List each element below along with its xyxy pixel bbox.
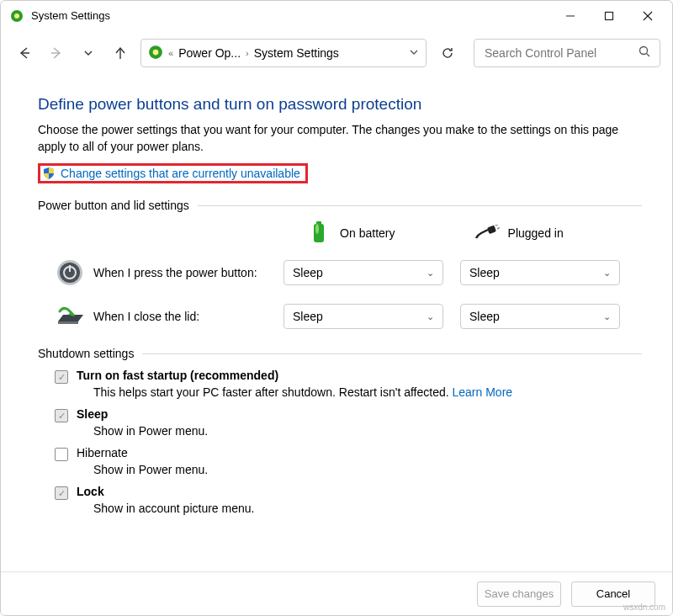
select-power-plugged[interactable]: Sleep ⌄ xyxy=(460,260,620,285)
checkbox-hibernate[interactable] xyxy=(55,448,68,461)
svg-rect-16 xyxy=(486,226,495,235)
titlebar: System Settings xyxy=(1,1,672,31)
svg-point-10 xyxy=(153,49,159,55)
svg-line-18 xyxy=(497,227,500,229)
shield-icon xyxy=(42,167,56,180)
breadcrumb-expand[interactable] xyxy=(409,46,419,60)
search-icon xyxy=(639,45,651,61)
page-description: Choose the power settings that you want … xyxy=(38,122,642,155)
lock-desc: Show in account picture menu. xyxy=(93,502,642,515)
watermark: wsxdn.com xyxy=(623,603,665,612)
back-button[interactable] xyxy=(13,41,36,65)
checkbox-fast-startup[interactable]: ✓ xyxy=(55,370,68,384)
select-value: Sleep xyxy=(293,266,323,279)
window-title: System Settings xyxy=(31,9,551,22)
battery-icon xyxy=(306,220,331,246)
checkbox-label: Lock xyxy=(77,485,104,498)
power-button-icon xyxy=(55,258,85,288)
checkbox-label: Turn on fast startup (recommended) xyxy=(77,369,278,382)
svg-line-12 xyxy=(647,54,650,57)
recent-dropdown[interactable] xyxy=(77,41,100,65)
checkbox-label: Hibernate xyxy=(77,446,128,459)
section-power-button-lid: Power button and lid settings xyxy=(38,199,642,212)
checkbox-sleep[interactable]: ✓ xyxy=(55,409,68,422)
checkbox-label: Sleep xyxy=(77,407,108,421)
section-shutdown: Shutdown settings xyxy=(38,347,642,360)
select-lid-on-battery[interactable]: Sleep ⌄ xyxy=(284,304,443,329)
chevron-right-icon: › xyxy=(246,48,249,58)
column-plugged-in: Plugged in xyxy=(474,220,642,246)
breadcrumb-item-2[interactable]: System Settings xyxy=(254,46,339,60)
maximize-button[interactable] xyxy=(590,3,628,29)
select-value: Sleep xyxy=(469,266,500,279)
breadcrumb-icon xyxy=(148,45,163,62)
svg-point-15 xyxy=(315,224,319,234)
hibernate-desc: Show in Power menu. xyxy=(93,463,642,476)
column-label: Plugged in xyxy=(508,226,564,240)
content-area: Define power buttons and turn on passwor… xyxy=(1,75,672,515)
fast-startup-desc: This helps start your PC faster after sh… xyxy=(93,385,642,399)
breadcrumb-prefix-icon: « xyxy=(168,48,173,58)
learn-more-link[interactable]: Learn More xyxy=(453,385,513,399)
save-changes-button[interactable]: Save changes xyxy=(477,581,561,607)
row-label: When I close the lid: xyxy=(93,310,275,323)
footer: Save changes Cancel xyxy=(1,571,672,615)
svg-rect-3 xyxy=(606,12,613,19)
section-label: Shutdown settings xyxy=(38,347,134,360)
row-label: When I press the power button: xyxy=(93,266,275,279)
select-value: Sleep xyxy=(293,310,323,323)
navbar: « Power Op... › System Settings xyxy=(1,31,672,75)
search-box[interactable] xyxy=(474,39,660,67)
svg-rect-13 xyxy=(314,224,324,242)
forward-button[interactable] xyxy=(45,41,68,65)
column-label: On battery xyxy=(340,226,395,240)
chevron-down-icon: ⌄ xyxy=(427,268,434,279)
lid-icon xyxy=(55,301,85,332)
column-on-battery: On battery xyxy=(306,220,474,246)
section-label: Power button and lid settings xyxy=(38,199,189,212)
page-title: Define power buttons and turn on passwor… xyxy=(38,95,642,114)
change-settings-link[interactable]: Change settings that are currently unava… xyxy=(61,167,300,180)
app-icon xyxy=(9,8,24,24)
plug-icon xyxy=(474,220,500,246)
breadcrumb-item-1[interactable]: Power Op... xyxy=(178,46,241,60)
select-value: Sleep xyxy=(469,310,500,323)
up-button[interactable] xyxy=(109,41,132,65)
divider xyxy=(142,353,642,354)
refresh-button[interactable] xyxy=(435,40,460,66)
svg-point-1 xyxy=(14,13,19,19)
select-lid-plugged[interactable]: Sleep ⌄ xyxy=(460,304,620,329)
svg-point-11 xyxy=(640,47,648,55)
search-input[interactable] xyxy=(483,45,639,61)
row-power-button: When I press the power button: Sleep ⌄ S… xyxy=(38,258,642,288)
close-button[interactable] xyxy=(628,3,667,29)
checkbox-lock[interactable]: ✓ xyxy=(55,486,68,500)
sleep-desc: Show in Power menu. xyxy=(93,424,642,438)
change-settings-highlight: Change settings that are currently unava… xyxy=(38,163,308,183)
chevron-down-icon: ⌄ xyxy=(603,311,611,322)
row-close-lid: When I close the lid: Sleep ⌄ Sleep ⌄ xyxy=(38,301,642,332)
divider xyxy=(198,205,642,206)
chevron-down-icon: ⌄ xyxy=(427,311,434,322)
chevron-down-icon: ⌄ xyxy=(603,268,611,279)
select-power-on-battery[interactable]: Sleep ⌄ xyxy=(284,260,443,285)
minimize-button[interactable] xyxy=(551,3,590,29)
svg-line-17 xyxy=(495,225,499,226)
breadcrumb-bar[interactable]: « Power Op... › System Settings xyxy=(140,39,427,67)
